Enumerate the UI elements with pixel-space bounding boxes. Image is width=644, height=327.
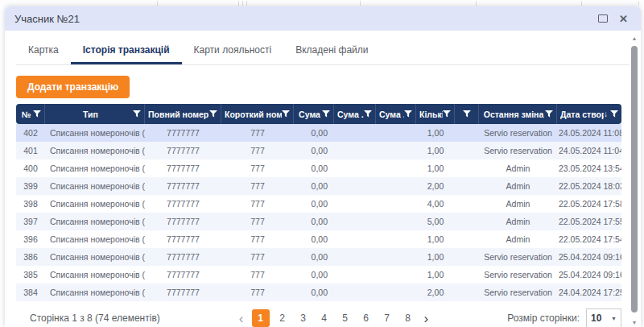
column-header-sum-2[interactable]: Сума ... xyxy=(334,104,376,124)
table-cell: 1,00 xyxy=(416,124,455,142)
column-header-quantity[interactable]: Кількі... xyxy=(416,104,455,124)
table-cell: Admin xyxy=(479,159,557,177)
page-size-select[interactable]: 10 ▼ xyxy=(586,308,621,327)
maximize-icon[interactable] xyxy=(598,14,608,23)
pagination-bar: Сторінка 1 з 8 (74 елементів) ‹12345678›… xyxy=(16,308,621,327)
prev-page-button[interactable]: ‹ xyxy=(236,312,247,325)
table-cell: 777 xyxy=(221,213,294,230)
table-cell: 0,00 xyxy=(294,159,334,177)
table-cell: Списання номероночів (Поверне... xyxy=(45,159,145,177)
column-header-short-card-number[interactable]: Короткий номер к... xyxy=(221,104,294,124)
table-cell xyxy=(455,177,479,195)
filter-icon[interactable] xyxy=(463,110,471,118)
table-cell: 7777777 xyxy=(145,177,221,195)
table-row[interactable]: 396Списання номероночів (Поверне...77777… xyxy=(16,230,621,248)
table-row[interactable]: 402Списання номероночів (Поверне...77777… xyxy=(16,124,621,142)
tab-attached-files[interactable]: Вкладені файли xyxy=(283,37,380,64)
column-header-extra[interactable] xyxy=(455,104,479,124)
table-row[interactable]: 399Списання номероночів (Поверне...77777… xyxy=(16,177,621,195)
filter-icon[interactable] xyxy=(404,110,412,118)
table-cell: 384 xyxy=(16,284,45,301)
page-button-7[interactable]: 7 xyxy=(379,310,395,327)
table-cell: 400 xyxy=(16,159,45,177)
table-cell: 777 xyxy=(221,142,294,159)
table-cell: Списання номероночів (Поверне... xyxy=(45,177,145,195)
table-cell: 24.05.2024 11:04:36 xyxy=(557,142,621,159)
table-cell xyxy=(376,213,416,230)
table-cell xyxy=(455,159,479,177)
column-header-created-date[interactable]: Дата створ...↓ xyxy=(557,104,621,124)
column-label: № xyxy=(19,110,33,119)
filter-icon[interactable] xyxy=(322,110,330,118)
tab-transaction-history[interactable]: Історія транзакцій xyxy=(71,37,182,64)
scroll-down-icon[interactable]: ▼ xyxy=(630,320,639,325)
pager: ‹12345678› xyxy=(160,309,508,327)
table-row[interactable]: 400Списання номероночів (Поверне...77777… xyxy=(16,159,621,177)
table-row[interactable]: 398Списання номероночів (Поверне...77777… xyxy=(16,195,621,213)
table-cell: 7777777 xyxy=(145,230,221,248)
transactions-table: №ТипПовний номер ка...Короткий номер к..… xyxy=(16,104,621,301)
table-cell: 777 xyxy=(221,177,294,195)
table-cell xyxy=(334,159,376,177)
scrollbar-thumb[interactable] xyxy=(631,46,638,313)
table-cell: 7777777 xyxy=(145,142,221,159)
column-header-last-change[interactable]: Остання зміна xyxy=(479,104,557,124)
table-cell: Списання номероночів (Поверне... xyxy=(45,284,145,301)
filter-icon[interactable] xyxy=(545,110,553,118)
filter-icon[interactable] xyxy=(282,110,290,118)
table-cell: 22.05.2024 17:55:08 xyxy=(557,213,621,230)
page-button-8[interactable]: 8 xyxy=(400,310,416,327)
filter-icon[interactable] xyxy=(364,110,372,118)
page-button-2[interactable]: 2 xyxy=(275,310,291,327)
filter-icon[interactable] xyxy=(33,110,41,118)
table-cell: 7777777 xyxy=(145,159,221,177)
filter-icon[interactable] xyxy=(133,110,141,118)
close-icon[interactable]: ✕ xyxy=(619,14,628,24)
table-cell: 1,00 xyxy=(416,142,455,159)
page-button-5[interactable]: 5 xyxy=(337,310,353,327)
table-row[interactable]: 385Списання номероночів (Поверне...77777… xyxy=(16,266,621,284)
column-header-type[interactable]: Тип xyxy=(45,104,145,124)
column-label: Сума ... xyxy=(337,110,364,119)
page-size-label: Розмір сторінки: xyxy=(507,313,580,324)
table-cell: 22.05.2024 17:54:26 xyxy=(557,230,621,248)
table-cell: 2,00 xyxy=(416,177,455,195)
table-cell: Списання номероночів (Поверне... xyxy=(45,124,145,142)
page-button-3[interactable]: 3 xyxy=(295,310,312,327)
column-header-number[interactable]: № xyxy=(16,104,45,124)
table-cell: Списання номероночів (Поверне... xyxy=(45,195,145,213)
filter-icon[interactable] xyxy=(209,110,217,118)
table-cell: 777 xyxy=(221,266,294,284)
table-cell: 777 xyxy=(221,195,294,213)
scroll-up-icon[interactable]: ▲ xyxy=(630,35,639,41)
table-cell: 7777777 xyxy=(145,213,221,230)
table-cell: Servio reservation xyxy=(479,248,557,266)
column-header-sum[interactable]: Сума xyxy=(294,104,334,124)
table-cell xyxy=(334,266,376,284)
vertical-scrollbar[interactable]: ▲ ▼ xyxy=(630,35,639,325)
add-transaction-button[interactable]: Додати транзакцію xyxy=(16,76,130,98)
table-cell xyxy=(455,284,479,301)
tab-card[interactable]: Картка xyxy=(16,37,71,64)
table-row[interactable]: 397Списання номероночів (Поверне...77777… xyxy=(16,213,621,230)
page-button-6[interactable]: 6 xyxy=(358,310,374,327)
table-cell: 385 xyxy=(16,266,45,284)
column-header-full-card-number[interactable]: Повний номер ка... xyxy=(145,104,221,124)
table-cell: 1,00 xyxy=(416,159,455,177)
page-button-4[interactable]: 4 xyxy=(316,310,332,327)
column-header-sum-3[interactable]: Сума ... xyxy=(376,104,416,124)
table-cell: 25.04.2024 09:16:55 xyxy=(557,266,621,284)
page-button-1[interactable]: 1 xyxy=(252,309,270,327)
table-cell xyxy=(455,142,479,159)
tab-loyalty-cards[interactable]: Карти лояльності xyxy=(182,37,284,64)
next-page-button[interactable]: › xyxy=(421,312,432,325)
filter-icon[interactable] xyxy=(610,110,618,118)
table-row[interactable]: 386Списання номероночів (Поверне...77777… xyxy=(16,248,621,266)
table-row[interactable]: 384Списання номероночів (Поверне...77777… xyxy=(16,284,621,301)
table-cell: 4,00 xyxy=(416,195,455,213)
table-cell: Servio reservation xyxy=(479,142,557,159)
table-cell: 401 xyxy=(16,142,45,159)
table-row[interactable]: 401Списання номероночів (Поверне...77777… xyxy=(16,142,621,159)
sort-desc-icon: ↓ xyxy=(604,110,608,118)
filter-icon[interactable] xyxy=(443,110,451,118)
